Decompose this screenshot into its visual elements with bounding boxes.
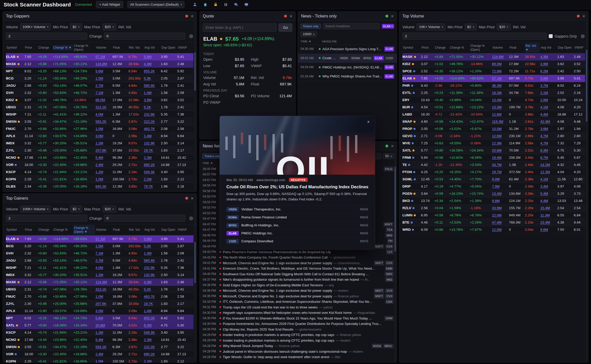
ticker-chip[interactable]: ELAB [374,56,383,61]
volume-cell[interactable]: 16.3M [492,91,508,95]
avgvol-cell[interactable]: 4.7M [540,134,557,138]
volume-cell[interactable]: 5.6M [95,69,112,73]
column-header[interactable]: Day Open [161,45,177,50]
column-header[interactable]: Change % [449,45,469,50]
relvol-input[interactable] [6,33,87,40]
ticker-chip[interactable]: ELAB [384,47,394,51]
column-header[interactable]: Volume [95,227,112,233]
volume-cell[interactable]: 12.0M [492,228,508,232]
news-row[interactable]: 04:28 PM Judicial panel in Wisconsin dis… [200,349,397,354]
ticker-chip[interactable]: VRDN [226,207,239,212]
table-row[interactable]: ELAB 7.65 +4.09 +114.89% +89.83% 57.1M 6… [6,235,193,243]
news-row[interactable]: 04:40 PM Southwest Gas Kicks Off Nationa… [200,271,397,277]
column-header[interactable]: Symbol [402,45,420,50]
volume-cell[interactable]: 5.4M [95,156,112,159]
volume-cell[interactable]: 12.6M [492,134,508,138]
avgvol-cell[interactable]: 9.8M [540,228,557,232]
table-row[interactable]: ERY 10.43 +0.40 +3.99% +4.04% 13.4M 0 4.… [402,96,585,104]
avgvol-cell[interactable]: 5.8M [144,237,160,241]
avgvol-cell[interactable]: 14.2M [540,163,557,167]
news-row[interactable]: 09:02 AM Crude O... VRDNROMABFRGELABCODI [298,54,397,63]
avgvol-cell[interactable]: 2.1M [540,91,557,95]
ticker-chip[interactable]: MSFT [374,288,384,293]
column-header[interactable]: VWAP [177,227,193,233]
volume-cell[interactable]: 207.6K [95,302,112,306]
column-header[interactable]: Day Open [161,227,177,233]
column-header[interactable]: VWAP [574,45,585,50]
ticker-chip[interactable]: NKE [385,233,394,238]
scrollbar[interactable] [586,21,588,361]
avgvol-cell[interactable]: 580.4K [144,84,160,87]
avgvol-cell[interactable]: 15.4M [540,206,557,210]
volume-cell[interactable]: 20.8M [95,323,112,327]
volume-cell[interactable]: 7.1M [95,91,112,95]
column-header[interactable]: Change [38,227,52,233]
avgvol-cell[interactable]: 3.7M [540,84,557,87]
table-row[interactable]: GLBS 2.34 +0.39 +20.00% +18.18% 640.3K 1… [6,183,193,190]
column-header[interactable]: Change % [53,227,73,233]
column-header[interactable]: Day Open [557,45,573,50]
column-header[interactable]: Avg Vol [540,45,557,50]
ticker-chip[interactable]: MSFT [374,244,384,249]
ticker-chip[interactable]: CVX [385,261,394,265]
table-row[interactable]: KIDZ 3.07 +1.02 +49.76% -14.96% 89.0M 17… [6,96,193,104]
volume-filter-select[interactable]: 10K+ Volume▾ [417,23,446,30]
avgvol-cell[interactable]: 580.4K [144,259,160,262]
table-row[interactable]: WSHP 7.21 +2.11 +41.41% +39.22% 4.0M 1.3… [6,111,193,118]
avgvol-cell[interactable]: 2.3M [144,338,160,342]
avgvol-cell[interactable]: 5.2K [144,105,160,109]
avgvol-cell[interactable]: 5.3K [144,76,160,80]
table-row[interactable]: BCG 3.20 +1.14 +55.34% +59.20% 1.5M 3.0M… [6,243,193,250]
volume-cell[interactable]: 2.4M [95,352,112,356]
volume-cell[interactable]: 89.0M [492,62,508,66]
avgvol-cell[interactable]: 8.3M [540,148,557,152]
table-row[interactable]: VOR 18.00 +3.30 +22.45% +19.68% 2.4M 29.… [6,161,193,168]
avgvol-cell[interactable]: 79.7K [144,184,160,188]
table-row[interactable]: KSCP 4.14 +0.74 +21.94% +23.21% 1.2M 11.… [6,168,193,176]
volume-cell[interactable]: 640.3K [95,184,112,188]
ticker-chip[interactable]: VRDN [339,56,349,61]
avgvol-cell[interactable]: 4.3M [540,55,557,59]
avgvol-cell[interactable]: 222.2K [144,120,160,123]
news-row[interactable]: 04:30 AM AGA Precision Systems Signs Lon… [298,45,397,54]
news-row[interactable]: 04:33 PM ITT, Oshkosh, Cummins, Littelfu… [200,299,397,305]
article-source-link[interactable]: www.benzinga.com [257,178,285,182]
column-header[interactable]: Price [24,45,37,50]
avgvol-cell[interactable]: 4.3M [144,62,160,66]
table-row[interactable]: MASK 2.12 +0.88 +71.05% +30.12% 124.8M 1… [6,60,193,68]
avgvol-cell[interactable]: 4.7M [540,141,557,145]
news-row[interactable]: 04:43 PM Petra Pharma's Partner Genessa … [200,249,397,255]
avgvol-cell[interactable]: 4.1M [540,105,557,109]
column-header[interactable]: Rel. Vol ▼ [525,43,540,52]
table-row[interactable]: PTON 4.25 +0.25 +6.25% +4.17% 29.7M 372.… [402,168,585,176]
ticker-input[interactable] [203,23,277,32]
table-row[interactable]: SPCE 2.52 +0.35 +16.12% +1.20% 72.8M 72.… [402,68,585,75]
avgvol-cell[interactable]: 132.9K [144,141,160,145]
ticker-chip[interactable]: MRVL [383,344,394,349]
volume-cell[interactable]: 593.2K [95,345,112,349]
avgvol-cell[interactable]: 5.2K [144,287,160,291]
column-header[interactable]: Change % ▼ [53,45,73,50]
volume-cell[interactable]: 7.1M [95,251,112,255]
volume-cell[interactable]: 313.1K [95,287,112,291]
scrollbar[interactable] [194,21,196,191]
ticker-chip[interactable]: ELAB [384,65,394,70]
column-header[interactable]: Rel. Vol. [128,227,143,233]
avgvol-cell[interactable]: 132.9K [144,273,160,277]
avgvol-cell[interactable]: 6.2M [540,69,557,73]
avgvol-cell[interactable]: 3.4M [540,184,557,188]
scrollbar-thumb[interactable] [194,52,196,91]
table-row[interactable]: JAGU 2.68 +0.93 +53.14% +48.07% 2.7M 9.5… [6,82,193,89]
headline-column-header[interactable]: HEADLINE [322,40,337,43]
ticker-chip[interactable]: MSFT [374,294,384,299]
column-header[interactable]: Avg Vol [144,45,160,50]
volume-cell[interactable]: 313.1K [95,105,112,109]
volume-cell[interactable]: 16.4M [492,156,508,159]
max-price-select[interactable]: $20▾ [497,23,511,30]
avgvol-cell[interactable]: 2.2M [144,359,160,363]
scrollbar[interactable] [194,203,196,361]
column-header[interactable]: Price [421,45,434,50]
avgvol-cell[interactable]: 1.4M [144,134,160,138]
table-row[interactable]: KSCP 4.14 +0.74 +21.94% +23.21% 1.2M 11.… [6,329,193,336]
volume-cell[interactable]: 1.2M [95,273,112,277]
